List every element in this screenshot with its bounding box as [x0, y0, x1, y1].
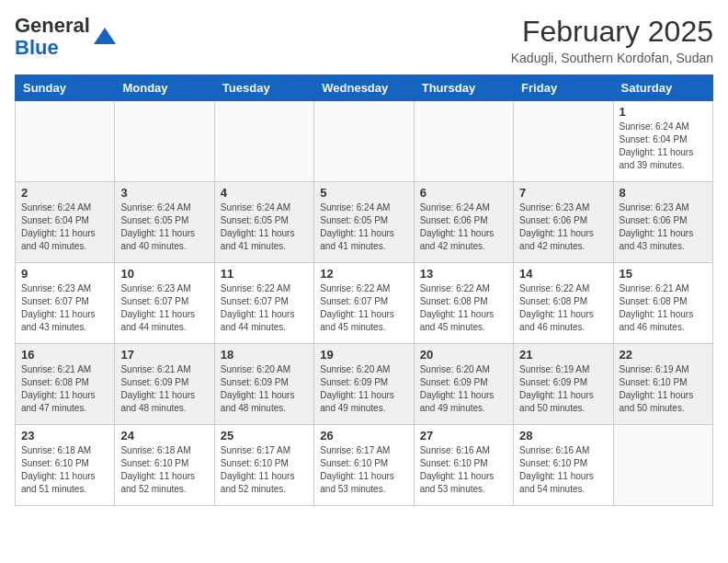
day-number: 27: [420, 429, 507, 442]
day-header-tuesday: Tuesday: [214, 75, 313, 101]
calendar-cell: 28Sunrise: 6:16 AM Sunset: 6:10 PM Dayli…: [514, 425, 613, 506]
calendar-cell: 6Sunrise: 6:24 AM Sunset: 6:06 PM Daylig…: [414, 182, 513, 263]
day-info: Sunrise: 6:16 AM Sunset: 6:10 PM Dayligh…: [519, 444, 607, 496]
calendar-week-row: 1Sunrise: 6:24 AM Sunset: 6:04 PM Daylig…: [16, 101, 713, 182]
day-number: 26: [320, 429, 407, 442]
calendar-cell: 23Sunrise: 6:18 AM Sunset: 6:10 PM Dayli…: [16, 425, 115, 506]
calendar-cell: [613, 425, 712, 506]
day-info: Sunrise: 6:22 AM Sunset: 6:07 PM Dayligh…: [221, 282, 308, 334]
logo-general: General: [15, 14, 90, 37]
day-info: Sunrise: 6:19 AM Sunset: 6:10 PM Dayligh…: [620, 363, 707, 415]
day-info: Sunrise: 6:22 AM Sunset: 6:08 PM Dayligh…: [420, 282, 507, 334]
day-number: 7: [519, 186, 607, 200]
day-number: 22: [620, 348, 707, 362]
calendar-cell: [214, 101, 313, 182]
day-info: Sunrise: 6:17 AM Sunset: 6:10 PM Dayligh…: [221, 444, 308, 496]
calendar-cell: 25Sunrise: 6:17 AM Sunset: 6:10 PM Dayli…: [214, 425, 313, 506]
day-number: 10: [120, 267, 208, 281]
calendar-cell: 9Sunrise: 6:23 AM Sunset: 6:07 PM Daylig…: [16, 263, 115, 344]
calendar-header-row: SundayMondayTuesdayWednesdayThursdayFrid…: [16, 75, 713, 101]
page-header: General Blue February 2025 Kadugli, Sout…: [15, 15, 713, 65]
day-info: Sunrise: 6:24 AM Sunset: 6:05 PM Dayligh…: [320, 201, 407, 253]
day-number: 21: [519, 348, 607, 362]
calendar-week-row: 9Sunrise: 6:23 AM Sunset: 6:07 PM Daylig…: [16, 263, 713, 344]
day-number: 16: [21, 348, 108, 362]
day-number: 9: [21, 267, 108, 281]
calendar-cell: 7Sunrise: 6:23 AM Sunset: 6:06 PM Daylig…: [514, 182, 613, 263]
day-header-saturday: Saturday: [613, 75, 712, 101]
day-header-monday: Monday: [115, 75, 214, 101]
day-number: 19: [320, 348, 407, 362]
day-info: Sunrise: 6:21 AM Sunset: 6:08 PM Dayligh…: [620, 282, 707, 334]
day-number: 5: [320, 186, 407, 200]
day-info: Sunrise: 6:20 AM Sunset: 6:09 PM Dayligh…: [221, 363, 308, 415]
day-header-wednesday: Wednesday: [314, 75, 414, 101]
day-number: 23: [21, 429, 108, 442]
day-number: 11: [221, 267, 308, 281]
day-info: Sunrise: 6:21 AM Sunset: 6:08 PM Dayligh…: [21, 363, 108, 415]
day-info: Sunrise: 6:17 AM Sunset: 6:10 PM Dayligh…: [320, 444, 407, 496]
calendar-cell: 19Sunrise: 6:20 AM Sunset: 6:09 PM Dayli…: [314, 344, 414, 425]
day-info: Sunrise: 6:23 AM Sunset: 6:07 PM Dayligh…: [21, 282, 108, 334]
calendar-cell: 15Sunrise: 6:21 AM Sunset: 6:08 PM Dayli…: [613, 263, 712, 344]
day-info: Sunrise: 6:20 AM Sunset: 6:09 PM Dayligh…: [420, 363, 507, 415]
month-title: February 2025: [511, 15, 713, 49]
calendar-cell: 5Sunrise: 6:24 AM Sunset: 6:05 PM Daylig…: [314, 182, 414, 263]
calendar-cell: [16, 101, 115, 182]
calendar-cell: 4Sunrise: 6:24 AM Sunset: 6:05 PM Daylig…: [214, 182, 313, 263]
day-number: 8: [620, 186, 707, 200]
calendar-cell: 13Sunrise: 6:22 AM Sunset: 6:08 PM Dayli…: [414, 263, 513, 344]
day-number: 3: [120, 186, 208, 200]
day-number: 18: [221, 348, 308, 362]
day-info: Sunrise: 6:24 AM Sunset: 6:04 PM Dayligh…: [620, 121, 707, 172]
day-header-friday: Friday: [514, 75, 613, 101]
logo-blue: Blue: [15, 36, 59, 59]
day-info: Sunrise: 6:16 AM Sunset: 6:10 PM Dayligh…: [420, 444, 507, 496]
calendar-cell: [115, 101, 214, 182]
day-info: Sunrise: 6:22 AM Sunset: 6:08 PM Dayligh…: [519, 282, 607, 334]
day-info: Sunrise: 6:19 AM Sunset: 6:09 PM Dayligh…: [519, 363, 607, 415]
day-info: Sunrise: 6:23 AM Sunset: 6:06 PM Dayligh…: [519, 201, 607, 253]
day-number: 28: [519, 429, 607, 442]
title-area: February 2025 Kadugli, Southern Kordofan…: [511, 15, 713, 65]
logo: General Blue: [15, 15, 118, 59]
calendar-cell: 17Sunrise: 6:21 AM Sunset: 6:09 PM Dayli…: [115, 344, 214, 425]
location-title: Kadugli, Southern Kordofan, Sudan: [511, 51, 713, 65]
day-number: 24: [120, 429, 208, 442]
calendar-cell: 1Sunrise: 6:24 AM Sunset: 6:04 PM Daylig…: [613, 101, 712, 182]
day-number: 14: [519, 267, 607, 281]
day-number: 2: [21, 186, 108, 200]
calendar-cell: 26Sunrise: 6:17 AM Sunset: 6:10 PM Dayli…: [314, 425, 414, 506]
day-info: Sunrise: 6:18 AM Sunset: 6:10 PM Dayligh…: [21, 444, 108, 496]
day-info: Sunrise: 6:18 AM Sunset: 6:10 PM Dayligh…: [120, 444, 208, 496]
day-info: Sunrise: 6:22 AM Sunset: 6:07 PM Dayligh…: [320, 282, 407, 334]
day-number: 4: [221, 186, 308, 200]
calendar-cell: 24Sunrise: 6:18 AM Sunset: 6:10 PM Dayli…: [115, 425, 214, 506]
day-number: 25: [221, 429, 308, 442]
calendar-cell: 3Sunrise: 6:24 AM Sunset: 6:05 PM Daylig…: [115, 182, 214, 263]
day-info: Sunrise: 6:24 AM Sunset: 6:04 PM Dayligh…: [21, 201, 108, 253]
calendar-cell: 20Sunrise: 6:20 AM Sunset: 6:09 PM Dayli…: [414, 344, 513, 425]
day-number: 6: [420, 186, 507, 200]
calendar-cell: 21Sunrise: 6:19 AM Sunset: 6:09 PM Dayli…: [514, 344, 613, 425]
calendar-week-row: 16Sunrise: 6:21 AM Sunset: 6:08 PM Dayli…: [16, 344, 713, 425]
calendar-cell: [414, 101, 513, 182]
calendar-cell: 11Sunrise: 6:22 AM Sunset: 6:07 PM Dayli…: [214, 263, 313, 344]
calendar-cell: 2Sunrise: 6:24 AM Sunset: 6:04 PM Daylig…: [16, 182, 115, 263]
calendar-cell: [514, 101, 613, 182]
day-info: Sunrise: 6:20 AM Sunset: 6:09 PM Dayligh…: [320, 363, 407, 415]
day-header-thursday: Thursday: [414, 75, 513, 101]
day-number: 12: [320, 267, 407, 281]
calendar-cell: [314, 101, 414, 182]
day-info: Sunrise: 6:23 AM Sunset: 6:07 PM Dayligh…: [120, 282, 208, 334]
calendar-cell: 18Sunrise: 6:20 AM Sunset: 6:09 PM Dayli…: [214, 344, 313, 425]
day-number: 17: [120, 348, 208, 362]
calendar-week-row: 2Sunrise: 6:24 AM Sunset: 6:04 PM Daylig…: [16, 182, 713, 263]
calendar-cell: 8Sunrise: 6:23 AM Sunset: 6:06 PM Daylig…: [613, 182, 712, 263]
calendar-table: SundayMondayTuesdayWednesdayThursdayFrid…: [15, 75, 713, 506]
calendar-week-row: 23Sunrise: 6:18 AM Sunset: 6:10 PM Dayli…: [16, 425, 713, 506]
calendar-cell: 12Sunrise: 6:22 AM Sunset: 6:07 PM Dayli…: [314, 263, 414, 344]
day-info: Sunrise: 6:23 AM Sunset: 6:06 PM Dayligh…: [620, 201, 707, 253]
day-number: 13: [420, 267, 507, 281]
svg-rect-1: [102, 39, 108, 44]
